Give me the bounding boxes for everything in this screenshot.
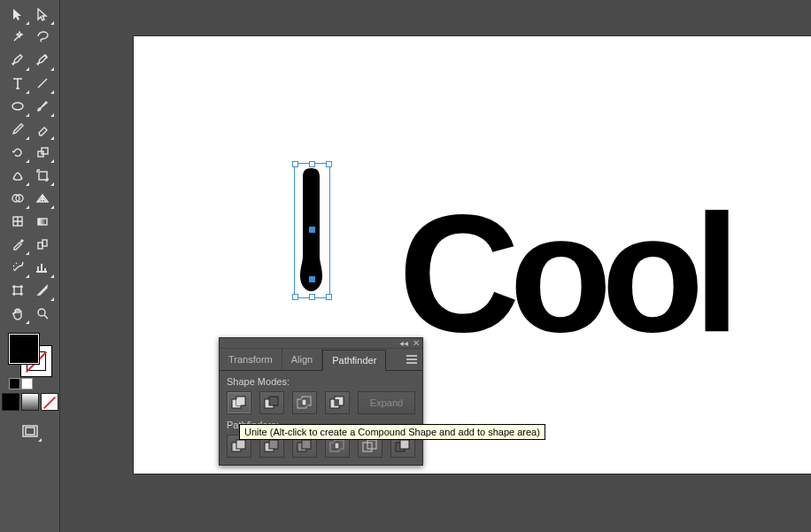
- curvature-tool[interactable]: [30, 49, 55, 72]
- svg-rect-30: [302, 440, 311, 449]
- shape-builder-tool[interactable]: [5, 187, 30, 210]
- shape-mode-unite-button[interactable]: [227, 391, 251, 414]
- swap-mini-icon[interactable]: [9, 378, 20, 389]
- rotate-tool[interactable]: [5, 141, 30, 164]
- svg-rect-3: [39, 172, 47, 180]
- width-tool[interactable]: [5, 164, 30, 187]
- shape-mode-minus-front-button[interactable]: [259, 391, 284, 414]
- color-mode-solid[interactable]: [2, 393, 19, 411]
- pathfinder-panel: ◂◂ ✕ Transform Align Pathfinder Shape Mo…: [219, 337, 423, 466]
- svg-rect-26: [236, 440, 245, 449]
- svg-rect-33: [335, 443, 339, 449]
- workspace[interactable]: Cool ◂◂ ✕ Transform Align Pathfinder Sha…: [60, 0, 811, 532]
- svg-rect-7: [38, 219, 47, 225]
- free-transform-tool[interactable]: [30, 164, 55, 187]
- panel-menu-icon[interactable]: [401, 349, 422, 370]
- zoom-tool[interactable]: [30, 302, 55, 325]
- expand-button: Expand: [358, 391, 415, 414]
- tab-pathfinder[interactable]: Pathfinder: [322, 350, 386, 371]
- scale-tool[interactable]: [30, 141, 55, 164]
- mesh-tool[interactable]: [5, 210, 30, 233]
- svg-rect-13: [26, 428, 35, 435]
- eyedropper-tool[interactable]: [5, 233, 30, 256]
- svg-rect-28: [269, 440, 278, 449]
- symbol-sprayer-tool[interactable]: [5, 256, 30, 279]
- gradient-tool[interactable]: [30, 210, 55, 233]
- fill-stroke-swatches[interactable]: [9, 334, 51, 376]
- tab-align[interactable]: Align: [282, 349, 322, 370]
- shape-modes-label: Shape Modes:: [227, 376, 415, 387]
- selection-handle-n[interactable]: [309, 161, 315, 167]
- left-toolbar: [0, 0, 60, 532]
- perspective-grid-tool[interactable]: [30, 187, 55, 210]
- fill-swatch[interactable]: [9, 334, 39, 364]
- color-mode-none[interactable]: [41, 393, 58, 411]
- shape-mode-intersect-button[interactable]: [292, 391, 317, 414]
- direct-selection-tool[interactable]: [30, 3, 55, 26]
- color-mode-gradient[interactable]: [21, 393, 39, 411]
- lasso-tool[interactable]: [30, 26, 55, 49]
- selection-handle-nw[interactable]: [292, 161, 298, 167]
- slice-tool[interactable]: [30, 279, 55, 302]
- tab-transform[interactable]: Transform: [220, 349, 282, 370]
- panel-collapse-icon[interactable]: ◂◂: [399, 339, 408, 348]
- svg-rect-9: [42, 240, 47, 246]
- svg-rect-24: [335, 399, 339, 405]
- type-tool[interactable]: [5, 72, 30, 95]
- tooltip-unite: Unite (Alt-click to create a Compound Sh…: [239, 424, 545, 440]
- panel-tabs: Transform Align Pathfinder: [220, 349, 422, 371]
- ellipse-tool[interactable]: [5, 95, 30, 118]
- default-mini-icon[interactable]: [21, 378, 33, 389]
- svg-rect-8: [38, 243, 42, 249]
- svg-rect-16: [236, 399, 241, 405]
- svg-point-11: [38, 309, 45, 316]
- pen-tool[interactable]: [5, 49, 30, 72]
- column-graph-tool[interactable]: [30, 256, 55, 279]
- svg-rect-37: [400, 440, 409, 449]
- artwork-text-cool[interactable]: Cool: [398, 189, 730, 357]
- screen-mode-button[interactable]: [18, 420, 42, 443]
- selection-tool[interactable]: [5, 3, 30, 26]
- pencil-tool[interactable]: [5, 118, 30, 141]
- blend-tool[interactable]: [30, 233, 55, 256]
- svg-rect-10: [14, 287, 21, 294]
- selection-anchor-point[interactable]: [309, 276, 315, 282]
- svg-rect-21: [302, 399, 306, 405]
- paintbrush-tool[interactable]: [30, 95, 55, 118]
- svg-rect-18: [269, 397, 278, 405]
- panel-close-icon[interactable]: ✕: [413, 339, 420, 348]
- selection-handle-ne[interactable]: [326, 161, 332, 167]
- artboard-tool[interactable]: [5, 279, 30, 302]
- hand-tool[interactable]: [5, 302, 30, 325]
- eraser-tool[interactable]: [30, 118, 55, 141]
- line-segment-tool[interactable]: [30, 72, 55, 95]
- selection-handle-s[interactable]: [309, 294, 315, 300]
- selection-handle-sw[interactable]: [292, 294, 298, 300]
- selection-handle-se[interactable]: [326, 294, 332, 300]
- magic-wand-tool[interactable]: [5, 26, 30, 49]
- svg-point-0: [12, 103, 23, 110]
- draw-mode-row: [1, 393, 59, 411]
- selection-center-point[interactable]: [309, 227, 315, 233]
- shape-mode-exclude-button[interactable]: [325, 391, 350, 414]
